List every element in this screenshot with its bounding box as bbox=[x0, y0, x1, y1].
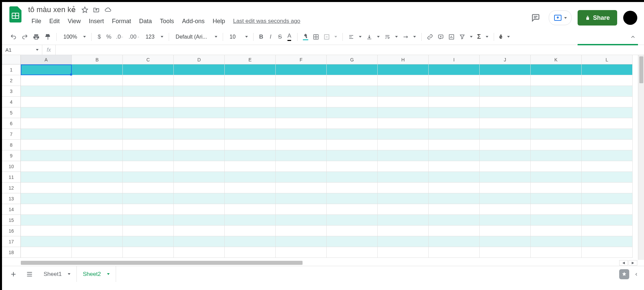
cell-H12[interactable] bbox=[378, 183, 429, 193]
cell-G1[interactable] bbox=[327, 64, 378, 75]
cell-A7[interactable] bbox=[21, 129, 72, 140]
cell-I10[interactable] bbox=[429, 161, 480, 172]
cell-B9[interactable] bbox=[72, 150, 123, 161]
cell-E4[interactable] bbox=[225, 97, 276, 107]
cell-C1[interactable] bbox=[123, 64, 174, 75]
cell-L12[interactable] bbox=[582, 183, 633, 193]
present-button[interactable] bbox=[549, 10, 572, 25]
row-header-10[interactable]: 10 bbox=[2, 161, 21, 172]
cell-J8[interactable] bbox=[480, 140, 531, 150]
row-header-3[interactable]: 3 bbox=[2, 86, 21, 97]
col-header-G[interactable]: G bbox=[327, 55, 378, 64]
cell-A11[interactable] bbox=[21, 172, 72, 183]
cell-C8[interactable] bbox=[123, 140, 174, 150]
cell-H3[interactable] bbox=[378, 86, 429, 97]
cell-I9[interactable] bbox=[429, 150, 480, 161]
fill-color-button[interactable] bbox=[301, 32, 310, 42]
cell-L18[interactable] bbox=[582, 247, 633, 258]
input-tools-dropdown[interactable]: ê bbox=[497, 34, 512, 40]
cell-B2[interactable] bbox=[72, 75, 123, 86]
cell-G11[interactable] bbox=[327, 172, 378, 183]
cell-A6[interactable] bbox=[21, 118, 72, 129]
scroll-right-button[interactable]: ► bbox=[629, 260, 637, 265]
cell-G6[interactable] bbox=[327, 118, 378, 129]
cell-I8[interactable] bbox=[429, 140, 480, 150]
cell-I1[interactable] bbox=[429, 64, 480, 75]
bold-button[interactable]: B bbox=[257, 32, 266, 42]
cell-A3[interactable] bbox=[21, 86, 72, 97]
cell-H7[interactable] bbox=[378, 129, 429, 140]
cell-C15[interactable] bbox=[123, 215, 174, 226]
cell-D6[interactable] bbox=[174, 118, 225, 129]
col-header-J[interactable]: J bbox=[480, 55, 531, 64]
cell-B18[interactable] bbox=[72, 247, 123, 258]
cell-D4[interactable] bbox=[174, 97, 225, 107]
menu-insert[interactable]: Insert bbox=[86, 16, 107, 26]
rotate-dropdown[interactable] bbox=[400, 34, 418, 40]
cell-I14[interactable] bbox=[429, 204, 480, 215]
collapse-toolbar-button[interactable] bbox=[628, 32, 638, 42]
cell-D2[interactable] bbox=[174, 75, 225, 86]
cell-C3[interactable] bbox=[123, 86, 174, 97]
cell-G4[interactable] bbox=[327, 97, 378, 107]
cell-I5[interactable] bbox=[429, 107, 480, 118]
cell-K9[interactable] bbox=[531, 150, 582, 161]
paint-format-button[interactable] bbox=[42, 32, 53, 42]
cell-J3[interactable] bbox=[480, 86, 531, 97]
cell-L5[interactable] bbox=[582, 107, 633, 118]
cell-C2[interactable] bbox=[123, 75, 174, 86]
menu-file[interactable]: File bbox=[28, 16, 45, 26]
cell-F5[interactable] bbox=[276, 107, 327, 118]
cell-B5[interactable] bbox=[72, 107, 123, 118]
cell-J2[interactable] bbox=[480, 75, 531, 86]
cell-I2[interactable] bbox=[429, 75, 480, 86]
sheets-logo[interactable] bbox=[9, 6, 22, 23]
cell-I18[interactable] bbox=[429, 247, 480, 258]
row-header-2[interactable]: 2 bbox=[2, 75, 21, 86]
select-all-corner[interactable] bbox=[2, 55, 21, 64]
cell-K2[interactable] bbox=[531, 75, 582, 86]
cell-J15[interactable] bbox=[480, 215, 531, 226]
menu-addons[interactable]: Add-ons bbox=[179, 16, 208, 26]
cell-D7[interactable] bbox=[174, 129, 225, 140]
cell-D10[interactable] bbox=[174, 161, 225, 172]
cell-G18[interactable] bbox=[327, 247, 378, 258]
cell-D13[interactable] bbox=[174, 193, 225, 204]
font-dropdown[interactable]: Default (Ari... bbox=[172, 34, 219, 40]
cell-K10[interactable] bbox=[531, 161, 582, 172]
cell-H14[interactable] bbox=[378, 204, 429, 215]
cell-K5[interactable] bbox=[531, 107, 582, 118]
cell-L9[interactable] bbox=[582, 150, 633, 161]
share-button[interactable]: Share bbox=[578, 10, 617, 26]
cell-E3[interactable] bbox=[225, 86, 276, 97]
cell-J11[interactable] bbox=[480, 172, 531, 183]
cell-G7[interactable] bbox=[327, 129, 378, 140]
cell-F15[interactable] bbox=[276, 215, 327, 226]
cell-F8[interactable] bbox=[276, 140, 327, 150]
cell-H9[interactable] bbox=[378, 150, 429, 161]
cell-L11[interactable] bbox=[582, 172, 633, 183]
currency-button[interactable]: $ bbox=[95, 32, 104, 42]
cell-H1[interactable] bbox=[378, 64, 429, 75]
cell-B15[interactable] bbox=[72, 215, 123, 226]
cell-C11[interactable] bbox=[123, 172, 174, 183]
cell-E14[interactable] bbox=[225, 204, 276, 215]
number-format-dropdown[interactable]: 123 bbox=[142, 34, 165, 40]
functions-dropdown[interactable]: Σ bbox=[475, 33, 490, 40]
cell-G13[interactable] bbox=[327, 193, 378, 204]
row-header-11[interactable]: 11 bbox=[2, 172, 21, 183]
cell-A14[interactable] bbox=[21, 204, 72, 215]
cell-D3[interactable] bbox=[174, 86, 225, 97]
cell-B6[interactable] bbox=[72, 118, 123, 129]
menu-tools[interactable]: Tools bbox=[157, 16, 177, 26]
col-header-K[interactable]: K bbox=[531, 55, 582, 64]
cell-G12[interactable] bbox=[327, 183, 378, 193]
cell-B3[interactable] bbox=[72, 86, 123, 97]
cell-D11[interactable] bbox=[174, 172, 225, 183]
col-header-B[interactable]: B bbox=[72, 55, 123, 64]
cell-H15[interactable] bbox=[378, 215, 429, 226]
cell-F7[interactable] bbox=[276, 129, 327, 140]
cell-J4[interactable] bbox=[480, 97, 531, 107]
cell-L7[interactable] bbox=[582, 129, 633, 140]
insert-comment-button[interactable] bbox=[436, 32, 446, 42]
